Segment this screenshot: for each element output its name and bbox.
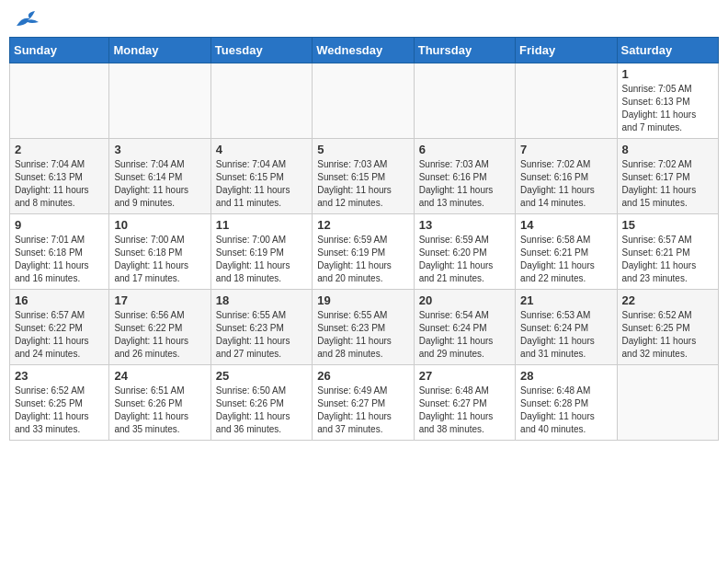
day-info: Sunrise: 7:00 AM Sunset: 6:19 PM Dayligh… bbox=[216, 234, 307, 285]
day-info: Sunrise: 6:59 AM Sunset: 6:19 PM Dayligh… bbox=[317, 234, 408, 285]
logo bbox=[13, 9, 40, 29]
day-info: Sunrise: 6:53 AM Sunset: 6:24 PM Dayligh… bbox=[520, 309, 611, 361]
calendar-cell: 14Sunrise: 6:58 AM Sunset: 6:21 PM Dayli… bbox=[516, 214, 617, 290]
day-info: Sunrise: 6:51 AM Sunset: 6:26 PM Dayligh… bbox=[114, 385, 205, 436]
calendar-week-2: 2Sunrise: 7:04 AM Sunset: 6:13 PM Daylig… bbox=[10, 139, 719, 214]
calendar-cell: 7Sunrise: 7:02 AM Sunset: 6:16 PM Daylig… bbox=[516, 139, 617, 214]
calendar-cell bbox=[414, 63, 515, 139]
calendar-cell bbox=[109, 63, 210, 139]
calendar-cell: 6Sunrise: 7:03 AM Sunset: 6:16 PM Daylig… bbox=[414, 139, 515, 214]
day-info: Sunrise: 6:57 AM Sunset: 6:22 PM Dayligh… bbox=[15, 309, 104, 361]
calendar-cell: 21Sunrise: 6:53 AM Sunset: 6:24 PM Dayli… bbox=[516, 290, 617, 365]
calendar-cell: 26Sunrise: 6:49 AM Sunset: 6:27 PM Dayli… bbox=[313, 365, 414, 441]
calendar-cell: 3Sunrise: 7:04 AM Sunset: 6:14 PM Daylig… bbox=[109, 139, 210, 214]
day-number: 8 bbox=[622, 143, 713, 156]
day-info: Sunrise: 6:50 AM Sunset: 6:26 PM Dayligh… bbox=[216, 385, 307, 436]
day-number: 21 bbox=[520, 293, 611, 307]
calendar-week-1: 1Sunrise: 7:05 AM Sunset: 6:13 PM Daylig… bbox=[10, 63, 719, 139]
day-info: Sunrise: 6:55 AM Sunset: 6:23 PM Dayligh… bbox=[317, 309, 408, 361]
day-info: Sunrise: 6:49 AM Sunset: 6:27 PM Dayligh… bbox=[317, 385, 408, 436]
day-number: 25 bbox=[216, 369, 307, 383]
calendar-cell: 15Sunrise: 6:57 AM Sunset: 6:21 PM Dayli… bbox=[617, 214, 718, 290]
day-info: Sunrise: 6:57 AM Sunset: 6:21 PM Dayligh… bbox=[622, 234, 713, 285]
calendar-week-4: 16Sunrise: 6:57 AM Sunset: 6:22 PM Dayli… bbox=[10, 290, 719, 365]
day-number: 15 bbox=[622, 218, 713, 232]
day-info: Sunrise: 7:04 AM Sunset: 6:15 PM Dayligh… bbox=[216, 158, 307, 210]
calendar-cell: 11Sunrise: 7:00 AM Sunset: 6:19 PM Dayli… bbox=[210, 214, 312, 290]
column-header-sunday: Sunday bbox=[10, 38, 109, 63]
calendar-cell: 16Sunrise: 6:57 AM Sunset: 6:22 PM Dayli… bbox=[10, 290, 109, 365]
day-info: Sunrise: 6:52 AM Sunset: 6:25 PM Dayligh… bbox=[622, 309, 713, 361]
calendar-cell: 8Sunrise: 7:02 AM Sunset: 6:17 PM Daylig… bbox=[617, 139, 718, 214]
column-header-thursday: Thursday bbox=[414, 38, 515, 63]
calendar-cell: 5Sunrise: 7:03 AM Sunset: 6:15 PM Daylig… bbox=[313, 139, 414, 214]
day-info: Sunrise: 7:03 AM Sunset: 6:15 PM Dayligh… bbox=[317, 158, 408, 210]
calendar-cell: 1Sunrise: 7:05 AM Sunset: 6:13 PM Daylig… bbox=[617, 63, 718, 139]
column-header-wednesday: Wednesday bbox=[313, 38, 414, 63]
calendar-table: SundayMondayTuesdayWednesdayThursdayFrid… bbox=[9, 37, 719, 441]
day-number: 16 bbox=[15, 293, 104, 307]
day-number: 5 bbox=[317, 143, 408, 156]
day-number: 20 bbox=[419, 293, 510, 307]
calendar-body: 1Sunrise: 7:05 AM Sunset: 6:13 PM Daylig… bbox=[10, 63, 719, 441]
calendar-cell: 4Sunrise: 7:04 AM Sunset: 6:15 PM Daylig… bbox=[210, 139, 312, 214]
day-number: 4 bbox=[216, 143, 307, 156]
calendar-cell: 19Sunrise: 6:55 AM Sunset: 6:23 PM Dayli… bbox=[313, 290, 414, 365]
day-info: Sunrise: 6:56 AM Sunset: 6:22 PM Dayligh… bbox=[114, 309, 205, 361]
day-number: 27 bbox=[419, 369, 510, 383]
day-number: 24 bbox=[114, 369, 205, 383]
calendar-cell: 13Sunrise: 6:59 AM Sunset: 6:20 PM Dayli… bbox=[414, 214, 515, 290]
day-number: 9 bbox=[15, 218, 104, 232]
day-info: Sunrise: 7:02 AM Sunset: 6:16 PM Dayligh… bbox=[520, 158, 611, 210]
calendar-cell: 24Sunrise: 6:51 AM Sunset: 6:26 PM Dayli… bbox=[109, 365, 210, 441]
calendar-cell: 28Sunrise: 6:48 AM Sunset: 6:28 PM Dayli… bbox=[516, 365, 617, 441]
calendar-cell: 22Sunrise: 6:52 AM Sunset: 6:25 PM Dayli… bbox=[617, 290, 718, 365]
day-number: 11 bbox=[216, 218, 307, 232]
calendar-cell: 27Sunrise: 6:48 AM Sunset: 6:27 PM Dayli… bbox=[414, 365, 515, 441]
day-info: Sunrise: 7:03 AM Sunset: 6:16 PM Dayligh… bbox=[419, 158, 510, 210]
calendar-cell bbox=[516, 63, 617, 139]
day-number: 1 bbox=[622, 67, 713, 81]
calendar-cell bbox=[313, 63, 414, 139]
day-number: 13 bbox=[419, 218, 510, 232]
day-info: Sunrise: 7:00 AM Sunset: 6:18 PM Dayligh… bbox=[114, 234, 205, 285]
day-info: Sunrise: 6:54 AM Sunset: 6:24 PM Dayligh… bbox=[419, 309, 510, 361]
column-header-monday: Monday bbox=[109, 38, 210, 63]
calendar-cell: 18Sunrise: 6:55 AM Sunset: 6:23 PM Dayli… bbox=[210, 290, 312, 365]
day-info: Sunrise: 7:02 AM Sunset: 6:17 PM Dayligh… bbox=[622, 158, 713, 210]
day-number: 12 bbox=[317, 218, 408, 232]
logo-bird-icon bbox=[15, 9, 40, 29]
calendar-cell: 17Sunrise: 6:56 AM Sunset: 6:22 PM Dayli… bbox=[109, 290, 210, 365]
day-number: 28 bbox=[520, 369, 611, 383]
calendar-cell: 25Sunrise: 6:50 AM Sunset: 6:26 PM Dayli… bbox=[210, 365, 312, 441]
day-info: Sunrise: 6:52 AM Sunset: 6:25 PM Dayligh… bbox=[15, 385, 104, 436]
calendar-cell: 12Sunrise: 6:59 AM Sunset: 6:19 PM Dayli… bbox=[313, 214, 414, 290]
day-info: Sunrise: 6:55 AM Sunset: 6:23 PM Dayligh… bbox=[216, 309, 307, 361]
day-info: Sunrise: 7:05 AM Sunset: 6:13 PM Dayligh… bbox=[622, 83, 713, 134]
day-info: Sunrise: 7:04 AM Sunset: 6:14 PM Dayligh… bbox=[114, 158, 205, 210]
calendar-week-5: 23Sunrise: 6:52 AM Sunset: 6:25 PM Dayli… bbox=[10, 365, 719, 441]
day-number: 22 bbox=[622, 293, 713, 307]
day-number: 19 bbox=[317, 293, 408, 307]
calendar-cell bbox=[210, 63, 312, 139]
day-number: 7 bbox=[520, 143, 611, 156]
column-header-friday: Friday bbox=[516, 38, 617, 63]
calendar-cell: 10Sunrise: 7:00 AM Sunset: 6:18 PM Dayli… bbox=[109, 214, 210, 290]
day-number: 17 bbox=[114, 293, 205, 307]
day-info: Sunrise: 6:48 AM Sunset: 6:28 PM Dayligh… bbox=[520, 385, 611, 436]
calendar-cell: 2Sunrise: 7:04 AM Sunset: 6:13 PM Daylig… bbox=[10, 139, 109, 214]
calendar-cell: 23Sunrise: 6:52 AM Sunset: 6:25 PM Dayli… bbox=[10, 365, 109, 441]
column-header-saturday: Saturday bbox=[617, 38, 718, 63]
day-number: 3 bbox=[114, 143, 205, 156]
day-number: 6 bbox=[419, 143, 510, 156]
day-number: 23 bbox=[15, 369, 104, 383]
column-header-tuesday: Tuesday bbox=[210, 38, 312, 63]
day-number: 26 bbox=[317, 369, 408, 383]
day-info: Sunrise: 7:04 AM Sunset: 6:13 PM Dayligh… bbox=[15, 158, 104, 210]
day-info: Sunrise: 6:48 AM Sunset: 6:27 PM Dayligh… bbox=[419, 385, 510, 436]
day-info: Sunrise: 6:58 AM Sunset: 6:21 PM Dayligh… bbox=[520, 234, 611, 285]
day-number: 10 bbox=[114, 218, 205, 232]
calendar-cell bbox=[10, 63, 109, 139]
day-number: 18 bbox=[216, 293, 307, 307]
day-number: 2 bbox=[15, 143, 104, 156]
